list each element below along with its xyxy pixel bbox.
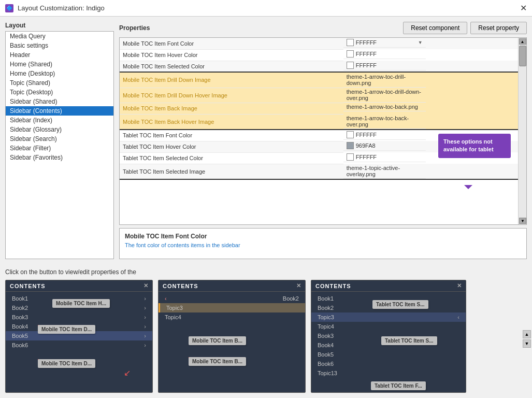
callout-label: Tablet TOC Item S... bbox=[381, 336, 437, 345]
prop-value-cell[interactable]: theme-1-arrow-toc-back-over.png bbox=[343, 114, 426, 129]
toc-item-text: Book5 bbox=[318, 351, 334, 358]
main-content: Layout Media QueryBasic settingsHeaderHo… bbox=[0, 17, 532, 398]
preview-close-button[interactable]: ✕ bbox=[296, 282, 301, 289]
layout-item[interactable]: Media Query bbox=[6, 32, 113, 41]
scroll-up-arrow[interactable]: ▲ bbox=[519, 38, 526, 45]
layout-label: Layout bbox=[5, 22, 114, 29]
prop-value-cell[interactable]: FFFFFF bbox=[343, 49, 426, 59]
prop-value-cell[interactable]: FFFFFF▼ bbox=[343, 38, 426, 48]
preview-scroll-down[interactable]: ▼ bbox=[523, 339, 531, 348]
toc-item[interactable]: Book3› bbox=[6, 312, 152, 322]
color-swatch bbox=[347, 142, 354, 149]
toc-item[interactable]: Topic3 bbox=[159, 303, 305, 312]
layout-item[interactable]: Basic settings bbox=[6, 41, 113, 50]
preview-panel: CONTENTS✕Book1›Book2›Book3›Book4›Book5›B… bbox=[5, 280, 153, 393]
toc-item[interactable]: Topic4 bbox=[311, 322, 466, 331]
annotation-arrow-icon: ↙ bbox=[124, 368, 131, 378]
layout-item[interactable]: Topic (Shared) bbox=[6, 78, 113, 88]
layout-list[interactable]: Media QueryBasic settingsHeaderHome (Sha… bbox=[5, 31, 114, 259]
reset-component-button[interactable]: Reset component bbox=[403, 22, 467, 34]
color-swatch bbox=[347, 131, 354, 138]
callout-label: Mobile TOC Item H... bbox=[52, 299, 110, 308]
toc-item[interactable]: Topic3‹ bbox=[311, 312, 466, 322]
preview-close-button[interactable]: ✕ bbox=[143, 282, 148, 289]
callout-label: Mobile TOC Item D... bbox=[38, 325, 95, 334]
color-swatch bbox=[347, 153, 354, 161]
click-text: Click on the button to view/edit propert… bbox=[0, 264, 532, 280]
prop-name: Mobile TOC Item Back Hover Image bbox=[120, 114, 343, 130]
layout-panel: Layout Media QueryBasic settingsHeaderHo… bbox=[5, 22, 114, 259]
toc-item-text: Topic13 bbox=[318, 370, 337, 376]
color-swatch bbox=[347, 50, 354, 58]
toc-item-arrow-icon: › bbox=[144, 295, 146, 302]
preview-scrollbar[interactable]: ▲ ▼ bbox=[523, 330, 531, 348]
props-table: Mobile TOC Item Font ColorFFFFFF▼Mobile … bbox=[120, 38, 526, 180]
toc-item-text: Book3 bbox=[318, 333, 334, 339]
window-title: Layout Customization: Indigo bbox=[18, 4, 105, 12]
layout-item[interactable]: Sidebar (Contents) bbox=[6, 106, 113, 116]
toc-item-text: Book2 bbox=[12, 305, 28, 311]
prop-name: Tablet TOC Item Selected Color bbox=[120, 152, 343, 164]
preview-scroll-up[interactable]: ▲ bbox=[523, 330, 531, 338]
layout-item[interactable]: Home (Desktop) bbox=[6, 69, 113, 78]
callout-label: Mobile TOC Item B... bbox=[189, 336, 246, 345]
layout-item[interactable]: Sidebar (Index) bbox=[6, 116, 113, 125]
toc-item-text: Book5 bbox=[12, 333, 28, 339]
prop-name: Mobile TOC Item Drill Down Image bbox=[120, 72, 343, 88]
prop-value-cell[interactable]: 969FA8 bbox=[343, 141, 426, 151]
scroll-thumb[interactable] bbox=[519, 46, 526, 66]
prop-value: theme-1-arrow-toc-drill-down-over.png bbox=[347, 89, 423, 101]
layout-item[interactable]: Sidebar (Search) bbox=[6, 134, 113, 144]
toc-item-text: Topic3 bbox=[166, 305, 183, 311]
close-button[interactable]: ✕ bbox=[520, 3, 527, 13]
prop-value: FFFFFF bbox=[356, 154, 423, 160]
layout-item[interactable]: Sidebar (Glossary) bbox=[6, 125, 113, 134]
scrollbar[interactable]: ▲ ▼ bbox=[518, 38, 526, 224]
toc-item[interactable]: Book6 bbox=[311, 359, 466, 368]
prop-value-cell[interactable]: FFFFFF bbox=[343, 130, 426, 140]
toc-item[interactable]: Book5 bbox=[311, 350, 466, 359]
toc-item-arrow-icon: › bbox=[144, 323, 146, 330]
toc-item[interactable]: Topic13 bbox=[311, 368, 466, 378]
reset-property-button[interactable]: Reset property bbox=[470, 22, 527, 34]
prop-value: FFFFFF bbox=[356, 39, 416, 46]
layout-item[interactable]: Sidebar (Shared) bbox=[6, 97, 113, 106]
toc-item-text: Book1 bbox=[318, 295, 334, 302]
dropdown-arrow-icon[interactable]: ▼ bbox=[418, 40, 423, 45]
layout-item[interactable]: Topic (Desktop) bbox=[6, 88, 113, 97]
tooltip-box: These options not available for tablet bbox=[438, 134, 511, 158]
prop-value: FFFFFF bbox=[356, 62, 423, 68]
layout-item[interactable]: Header bbox=[6, 50, 113, 60]
toc-item-text: Book4 bbox=[318, 342, 334, 348]
toc-item-text: Book2 bbox=[283, 295, 299, 302]
toc-item-text: Topic4 bbox=[165, 314, 181, 320]
toc-item[interactable]: Book6› bbox=[6, 340, 152, 350]
toc-item-arrow-icon: › bbox=[144, 342, 146, 348]
scroll-down-arrow[interactable]: ▼ bbox=[519, 218, 526, 224]
prop-value-cell[interactable]: theme-1-arrow-toc-drill-down.png bbox=[343, 73, 426, 88]
prop-value-cell[interactable]: FFFFFF bbox=[343, 152, 426, 162]
preview-header: CONTENTS✕ bbox=[6, 280, 152, 292]
prop-value-cell[interactable]: theme-1-arrow-toc-back.png bbox=[343, 103, 426, 111]
prop-value-cell[interactable]: theme-1-topic-active-overlay.png bbox=[343, 164, 426, 179]
props-table-wrapper[interactable]: Mobile TOC Item Font ColorFFFFFF▼Mobile … bbox=[119, 37, 527, 225]
layout-item[interactable]: Sidebar (Filter) bbox=[6, 144, 113, 153]
prop-name: Tablet TOC Item Selected Image bbox=[120, 164, 343, 179]
top-section: Layout Media QueryBasic settingsHeaderHo… bbox=[0, 17, 532, 264]
toc-item-text: Topic4 bbox=[318, 323, 334, 330]
toc-item[interactable]: ‹ Book2 bbox=[159, 294, 305, 303]
prop-name: Mobile TOC Item Hover Color bbox=[120, 49, 343, 61]
layout-item[interactable]: Sidebar (Favorites) bbox=[6, 153, 113, 162]
prop-name: Tablet TOC Item Font Color bbox=[120, 130, 343, 141]
prop-value-cell[interactable]: theme-1-arrow-toc-drill-down-over.png bbox=[343, 88, 426, 103]
color-swatch bbox=[347, 39, 354, 46]
toc-item-arrow-icon: › bbox=[144, 333, 146, 339]
preview-header: CONTENTS✕ bbox=[159, 280, 305, 292]
prop-value-cell[interactable]: FFFFFF bbox=[343, 61, 426, 70]
layout-item[interactable]: Home (Shared) bbox=[6, 60, 113, 69]
toc-item[interactable]: Topic4 bbox=[159, 312, 305, 322]
callout-label: Tablet TOC Item S... bbox=[372, 300, 428, 309]
toc-item-arrow-icon: › bbox=[144, 305, 146, 311]
toc-item-text: Topic3 bbox=[318, 314, 334, 320]
preview-close-button[interactable]: ✕ bbox=[457, 282, 462, 289]
